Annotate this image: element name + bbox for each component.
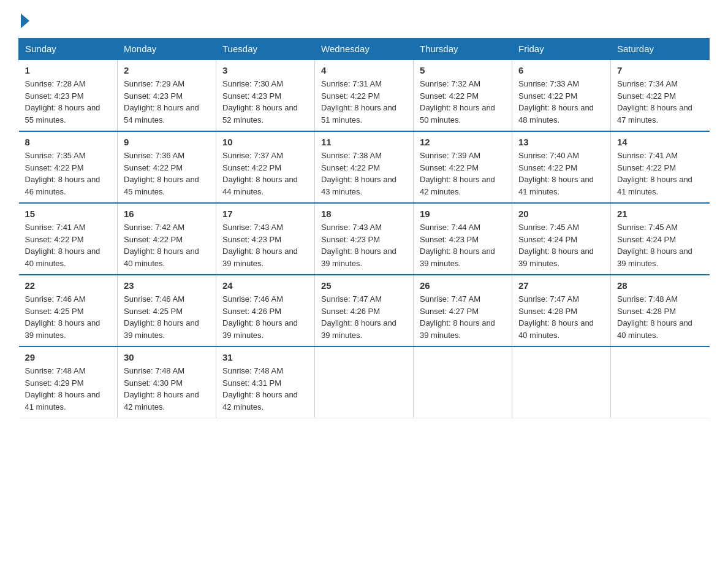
calendar-day-cell (512, 347, 611, 418)
day-number: 31 (222, 352, 308, 362)
day-number: 25 (321, 280, 407, 291)
calendar-day-cell: 29 Sunrise: 7:48 AMSunset: 4:29 PMDaylig… (19, 347, 118, 418)
logo (18, 12, 29, 26)
day-info: Sunrise: 7:47 AMSunset: 4:28 PMDaylight:… (518, 294, 594, 340)
calendar-day-cell: 30 Sunrise: 7:48 AMSunset: 4:30 PMDaylig… (118, 347, 216, 418)
day-number: 30 (124, 352, 210, 362)
calendar-day-cell: 10 Sunrise: 7:37 AMSunset: 4:22 PMDaylig… (216, 131, 315, 203)
day-number: 27 (518, 280, 604, 291)
day-info: Sunrise: 7:39 AMSunset: 4:22 PMDaylight:… (420, 151, 495, 196)
day-number: 7 (617, 65, 703, 75)
day-info: Sunrise: 7:47 AMSunset: 4:27 PMDaylight:… (420, 294, 495, 340)
calendar-day-cell: 8 Sunrise: 7:35 AMSunset: 4:22 PMDayligh… (19, 131, 118, 203)
day-info: Sunrise: 7:46 AMSunset: 4:25 PMDaylight:… (124, 294, 199, 340)
logo-arrow-icon (21, 13, 29, 28)
page-header (18, 12, 710, 26)
day-number: 19 (420, 209, 506, 219)
calendar-day-cell: 4 Sunrise: 7:31 AMSunset: 4:22 PMDayligh… (315, 59, 414, 131)
calendar-day-cell: 22 Sunrise: 7:46 AMSunset: 4:25 PMDaylig… (19, 275, 118, 347)
day-number: 28 (617, 280, 703, 291)
calendar-day-cell: 31 Sunrise: 7:48 AMSunset: 4:31 PMDaylig… (216, 347, 315, 418)
day-info: Sunrise: 7:34 AMSunset: 4:22 PMDaylight:… (617, 79, 692, 124)
day-info: Sunrise: 7:36 AMSunset: 4:22 PMDaylight:… (124, 151, 199, 196)
day-of-week-header: Saturday (611, 39, 710, 60)
day-number: 24 (222, 280, 308, 291)
day-info: Sunrise: 7:37 AMSunset: 4:22 PMDaylight:… (222, 151, 298, 196)
day-of-week-header: Thursday (414, 39, 512, 60)
calendar-day-cell: 9 Sunrise: 7:36 AMSunset: 4:22 PMDayligh… (118, 131, 216, 203)
day-number: 14 (617, 137, 703, 147)
day-number: 3 (222, 65, 308, 75)
day-info: Sunrise: 7:48 AMSunset: 4:31 PMDaylight:… (222, 366, 298, 412)
day-info: Sunrise: 7:48 AMSunset: 4:29 PMDaylight:… (25, 366, 100, 412)
calendar-day-cell: 2 Sunrise: 7:29 AMSunset: 4:23 PMDayligh… (118, 59, 216, 131)
day-number: 29 (25, 352, 112, 362)
day-number: 17 (222, 209, 308, 219)
day-info: Sunrise: 7:33 AMSunset: 4:22 PMDaylight:… (518, 79, 594, 124)
day-info: Sunrise: 7:48 AMSunset: 4:28 PMDaylight:… (617, 294, 692, 340)
calendar-day-cell (414, 347, 512, 418)
day-number: 5 (420, 65, 506, 75)
calendar-table: SundayMondayTuesdayWednesdayThursdayFrid… (18, 38, 710, 418)
day-info: Sunrise: 7:35 AMSunset: 4:22 PMDaylight:… (25, 151, 100, 196)
calendar-day-cell: 16 Sunrise: 7:42 AMSunset: 4:22 PMDaylig… (118, 203, 216, 275)
day-of-week-header: Tuesday (216, 39, 315, 60)
day-of-week-header: Monday (118, 39, 216, 60)
day-number: 2 (124, 65, 210, 75)
calendar-day-cell: 25 Sunrise: 7:47 AMSunset: 4:26 PMDaylig… (315, 275, 414, 347)
day-number: 11 (321, 137, 407, 147)
day-info: Sunrise: 7:42 AMSunset: 4:22 PMDaylight:… (124, 223, 199, 268)
day-number: 13 (518, 137, 604, 147)
calendar-day-cell: 20 Sunrise: 7:45 AMSunset: 4:24 PMDaylig… (512, 203, 611, 275)
day-info: Sunrise: 7:46 AMSunset: 4:26 PMDaylight:… (222, 294, 298, 340)
calendar-day-cell: 17 Sunrise: 7:43 AMSunset: 4:23 PMDaylig… (216, 203, 315, 275)
day-info: Sunrise: 7:41 AMSunset: 4:22 PMDaylight:… (25, 223, 100, 268)
calendar-day-cell: 23 Sunrise: 7:46 AMSunset: 4:25 PMDaylig… (118, 275, 216, 347)
calendar-header-row: SundayMondayTuesdayWednesdayThursdayFrid… (19, 39, 710, 60)
calendar-day-cell: 3 Sunrise: 7:30 AMSunset: 4:23 PMDayligh… (216, 59, 315, 131)
calendar-day-cell: 18 Sunrise: 7:43 AMSunset: 4:23 PMDaylig… (315, 203, 414, 275)
calendar-day-cell: 21 Sunrise: 7:45 AMSunset: 4:24 PMDaylig… (611, 203, 710, 275)
calendar-day-cell: 5 Sunrise: 7:32 AMSunset: 4:22 PMDayligh… (414, 59, 512, 131)
calendar-day-cell: 19 Sunrise: 7:44 AMSunset: 4:23 PMDaylig… (414, 203, 512, 275)
day-number: 9 (124, 137, 210, 147)
day-number: 18 (321, 209, 407, 219)
day-number: 4 (321, 65, 407, 75)
day-of-week-header: Sunday (19, 39, 118, 60)
day-number: 26 (420, 280, 506, 291)
calendar-day-cell: 7 Sunrise: 7:34 AMSunset: 4:22 PMDayligh… (611, 59, 710, 131)
day-number: 22 (25, 280, 112, 291)
day-number: 1 (25, 65, 112, 75)
day-info: Sunrise: 7:32 AMSunset: 4:22 PMDaylight:… (420, 79, 495, 124)
day-number: 12 (420, 137, 506, 147)
day-info: Sunrise: 7:47 AMSunset: 4:26 PMDaylight:… (321, 294, 396, 340)
day-info: Sunrise: 7:29 AMSunset: 4:23 PMDaylight:… (124, 79, 199, 124)
day-number: 8 (25, 137, 112, 147)
calendar-day-cell: 24 Sunrise: 7:46 AMSunset: 4:26 PMDaylig… (216, 275, 315, 347)
calendar-day-cell: 6 Sunrise: 7:33 AMSunset: 4:22 PMDayligh… (512, 59, 611, 131)
calendar-week-row: 29 Sunrise: 7:48 AMSunset: 4:29 PMDaylig… (19, 347, 710, 418)
calendar-day-cell: 26 Sunrise: 7:47 AMSunset: 4:27 PMDaylig… (414, 275, 512, 347)
calendar-day-cell: 27 Sunrise: 7:47 AMSunset: 4:28 PMDaylig… (512, 275, 611, 347)
calendar-week-row: 1 Sunrise: 7:28 AMSunset: 4:23 PMDayligh… (19, 59, 710, 131)
day-number: 23 (124, 280, 210, 291)
day-info: Sunrise: 7:41 AMSunset: 4:22 PMDaylight:… (617, 151, 692, 196)
day-info: Sunrise: 7:40 AMSunset: 4:22 PMDaylight:… (518, 151, 594, 196)
day-of-week-header: Friday (512, 39, 611, 60)
day-info: Sunrise: 7:38 AMSunset: 4:22 PMDaylight:… (321, 151, 396, 196)
day-info: Sunrise: 7:30 AMSunset: 4:23 PMDaylight:… (222, 79, 298, 124)
calendar-day-cell: 14 Sunrise: 7:41 AMSunset: 4:22 PMDaylig… (611, 131, 710, 203)
day-number: 10 (222, 137, 308, 147)
calendar-week-row: 8 Sunrise: 7:35 AMSunset: 4:22 PMDayligh… (19, 131, 710, 203)
calendar-day-cell (611, 347, 710, 418)
day-number: 6 (518, 65, 604, 75)
day-info: Sunrise: 7:46 AMSunset: 4:25 PMDaylight:… (25, 294, 100, 340)
calendar-day-cell: 15 Sunrise: 7:41 AMSunset: 4:22 PMDaylig… (19, 203, 118, 275)
day-info: Sunrise: 7:31 AMSunset: 4:22 PMDaylight:… (321, 79, 396, 124)
day-number: 16 (124, 209, 210, 219)
day-info: Sunrise: 7:45 AMSunset: 4:24 PMDaylight:… (617, 223, 692, 268)
calendar-week-row: 22 Sunrise: 7:46 AMSunset: 4:25 PMDaylig… (19, 275, 710, 347)
day-info: Sunrise: 7:45 AMSunset: 4:24 PMDaylight:… (518, 223, 594, 268)
day-info: Sunrise: 7:43 AMSunset: 4:23 PMDaylight:… (222, 223, 298, 268)
day-info: Sunrise: 7:28 AMSunset: 4:23 PMDaylight:… (25, 79, 100, 124)
